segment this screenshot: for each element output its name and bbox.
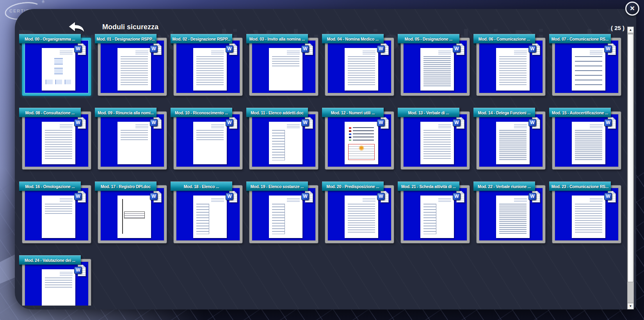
card-frame: W (552, 185, 621, 243)
document-preview (420, 48, 454, 91)
document-card[interactable]: Mod. 14 - Delega Funzioni ... W (473, 108, 545, 169)
card-title: Mod. 05 - Designazione ... (403, 37, 454, 41)
document-card[interactable]: Mod. 23 - Comunicazione RS... W (549, 181, 621, 243)
card-title: Mod. 17 - Registro DPI.doc (99, 184, 152, 189)
word-doc-letter: W (604, 119, 612, 126)
scroll-up-button[interactable]: ▲ (627, 27, 634, 33)
document-card[interactable]: Mod. 09 - Rinuncia alla nomi... W (95, 108, 167, 169)
document-card[interactable]: Mod. 17 - Registro DPI.doc W (95, 181, 167, 243)
card-title-bar: Mod. 00 - Organigramma ... (19, 34, 81, 43)
document-preview (117, 122, 151, 164)
document-preview-detail (122, 199, 123, 234)
document-card[interactable]: Mod. 12 - Numeri utili ... W (322, 108, 394, 169)
word-doc-letter: W (528, 45, 536, 53)
items-count: ( 25 ) (611, 25, 624, 31)
card-title: Mod. 06 - Comunicazione ... (477, 37, 532, 41)
document-card[interactable]: Mod. 21 - Scheda attività di ... W (398, 181, 470, 243)
document-card[interactable]: Mod. 00 - Organigramma ... W (19, 34, 91, 96)
word-doc-letter: W (604, 193, 612, 200)
word-doc-icon: W (604, 191, 616, 204)
document-preview (269, 196, 302, 238)
word-doc-icon: W (150, 43, 162, 56)
card-frame: W (22, 185, 91, 243)
ribbon-fold (19, 117, 21, 120)
card-title: Mod. 00 - Organigramma ... (23, 37, 77, 41)
document-preview (420, 122, 454, 164)
document-card[interactable]: Mod. 03 - Invito alla nomina ... W (246, 34, 318, 96)
card-title-bar: Mod. 11 - Elenco addetti.doc (246, 108, 308, 117)
word-doc-icon: W (528, 117, 540, 130)
document-card[interactable]: Mod. 19 - Elenco sostanze ... W (246, 181, 318, 243)
document-card[interactable]: Mod. 15 - Autocertificazione ... W (549, 108, 621, 169)
card-title: Mod. 10 - Riconoscimento ... (173, 110, 229, 115)
document-card[interactable]: Mod. 11 - Elenco addetti.doc W (246, 108, 318, 169)
card-title-bar: Mod. 10 - Riconoscimento ... (171, 108, 232, 117)
document-card[interactable]: Mod. 10 - Riconoscimento ... W (171, 108, 242, 169)
card-frame: W (98, 112, 167, 169)
card-frame: W (22, 112, 91, 169)
word-doc-letter: W (453, 193, 461, 200)
document-preview (42, 196, 75, 238)
card-title: Mod. 12 - Numeri utili ... (329, 110, 377, 115)
card-frame: W (401, 185, 470, 243)
card-frame: W (325, 38, 394, 96)
ribbon-fold (19, 44, 21, 46)
moduli-sicurezza-dialog: Documento di Valutazione dei Rischi Modu… (15, 9, 636, 309)
document-card[interactable]: Mod. 24 - Valutazione dei ... W (19, 255, 91, 306)
card-title: Mod. 21 - Scheda attività di ... (400, 184, 457, 189)
document-card[interactable]: Mod. 08 - Consultazione ... W (19, 108, 91, 169)
word-doc-icon: W (74, 191, 86, 204)
document-card[interactable]: Mod. 06 - Comunicazione ... W (473, 34, 545, 96)
ribbon-fold (549, 44, 551, 46)
card-title: Mod. 07 - Comunicazione RS... (550, 37, 610, 41)
card-title: Mod. 09 - Rinuncia alla nomi... (96, 110, 155, 115)
document-preview (572, 48, 605, 91)
word-doc-icon: W (150, 117, 162, 130)
document-card[interactable]: Mod. 04 - Nomina Medico ... W (322, 34, 394, 96)
document-card[interactable]: Mod. 18 - Elenco ... W (171, 181, 242, 243)
card-title: Mod. 14 - Delega Funzioni ... (477, 110, 532, 115)
card-frame: W (174, 185, 242, 243)
scrollbar-thumb[interactable] (628, 34, 633, 282)
word-doc-icon: W (74, 43, 86, 56)
document-preview (42, 48, 75, 91)
ribbon-fold (549, 191, 551, 194)
scrollbar-track[interactable] (627, 33, 634, 303)
word-doc-icon: W (226, 117, 237, 130)
close-button[interactable]: ✕ (625, 2, 639, 16)
card-title: Mod. 24 - Valutazione dei ... (23, 258, 77, 263)
card-title: Mod. 13 - Verbale di ... (407, 110, 451, 115)
document-card[interactable]: Mod. 07 - Comunicazione RS... W (549, 34, 621, 96)
document-preview (193, 196, 226, 238)
card-title-bar: Mod. 17 - Registro DPI.doc (95, 181, 157, 191)
ribbon-fold (398, 117, 400, 120)
card-title-bar: Mod. 16 - Omologazione ... (19, 181, 81, 191)
ribbon-fold (171, 191, 173, 194)
card-title: Mod. 18 - Elenco ... (182, 184, 221, 189)
card-frame: W (477, 38, 545, 96)
word-doc-letter: W (226, 45, 233, 53)
back-button[interactable] (68, 21, 85, 32)
document-card[interactable]: Mod. 13 - Verbale di ... W (398, 108, 470, 169)
word-doc-icon: W (226, 43, 237, 56)
scroll-down-button[interactable]: ▼ (627, 303, 634, 309)
ribbon-fold (398, 44, 400, 46)
word-doc-icon: W (604, 117, 616, 130)
word-doc-icon: W (377, 43, 389, 56)
word-doc-letter: W (74, 45, 82, 53)
document-card[interactable]: Mod. 01 - Designazione RSPP... W (95, 34, 167, 96)
document-card[interactable]: Mod. 02 - Designazione RSPP... W (171, 34, 242, 96)
card-frame: W (552, 38, 621, 96)
document-card[interactable]: Mod. 16 - Omologazione ... W (19, 181, 91, 243)
ribbon-fold (473, 44, 476, 46)
document-card[interactable]: Mod. 20 - Predisposizione ... W (322, 181, 394, 243)
ribbon-fold (322, 191, 324, 194)
document-card[interactable]: Mod. 05 - Designazione ... W (398, 34, 470, 96)
card-title-bar: Mod. 01 - Designazione RSPP... (95, 34, 157, 43)
card-frame: W (477, 112, 545, 169)
document-preview (496, 122, 529, 164)
word-doc-letter: W (74, 119, 82, 126)
document-preview (269, 122, 302, 164)
document-card[interactable]: Mod. 22 - Verbale riunione ... W (473, 181, 545, 243)
word-doc-icon: W (150, 191, 162, 204)
